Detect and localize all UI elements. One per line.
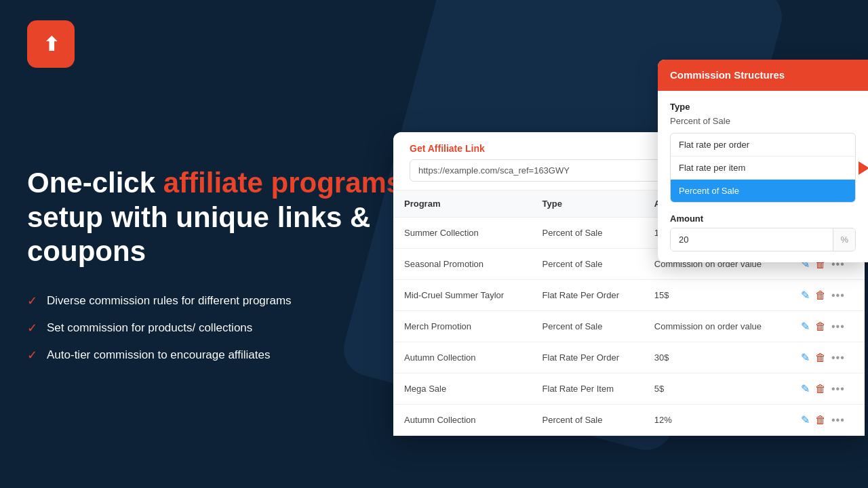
edit-icon[interactable]: ✎	[801, 413, 810, 426]
delete-icon[interactable]: 🗑	[815, 321, 826, 333]
cell-amount: 15$	[644, 280, 790, 311]
table-row: Autumn CollectionPercent of Sale12% ✎ 🗑 …	[393, 405, 865, 436]
amount-input-row[interactable]: %	[670, 228, 856, 251]
type-value: Percent of Sale	[670, 116, 856, 126]
more-icon[interactable]: •••	[831, 383, 845, 395]
type-label: Type	[670, 102, 856, 112]
headline-plain: One-click	[27, 167, 163, 199]
commission-header: Commission Structures	[658, 60, 868, 91]
more-icon[interactable]: •••	[831, 414, 845, 426]
edit-icon[interactable]: ✎	[801, 289, 810, 302]
logo-icon: ⬆	[43, 33, 59, 56]
dropdown-option-flat-item[interactable]: Flat rate per item	[671, 157, 855, 180]
dropdown-option-flat-order[interactable]: Flat rate per order	[671, 134, 855, 157]
table-row: Mid-Cruel Summer TaylorFlat Rate Per Ord…	[393, 280, 865, 311]
dropdown-option-percent[interactable]: Percent of Sale	[671, 180, 855, 202]
cell-program: Merch Promotion	[393, 311, 532, 342]
cell-type: Flat Rate Per Order	[532, 342, 644, 373]
feature-text-2: Set commission for products/ collections	[47, 321, 252, 335]
features-list: ✓ Diverse commission rules for different…	[27, 293, 407, 363]
cell-amount: 12%	[644, 405, 790, 436]
cell-active: ✎ 🗑 •••	[790, 311, 865, 342]
cell-program: Autumn Collection	[393, 342, 532, 373]
amount-input[interactable]	[671, 228, 833, 251]
commission-header-title: Commission Structures	[670, 69, 785, 81]
headline-end: setup with unique links & coupons	[27, 201, 370, 267]
cell-amount: 5$	[644, 373, 790, 405]
col-type: Type	[532, 190, 644, 218]
edit-icon[interactable]: ✎	[801, 320, 810, 333]
cell-program: Seasonal Promotion	[393, 249, 532, 280]
amount-label: Amount	[670, 214, 856, 224]
edit-icon[interactable]: ✎	[801, 382, 810, 395]
check-icon-3: ✓	[27, 348, 37, 363]
table-row: Autumn CollectionFlat Rate Per Order30$ …	[393, 342, 865, 373]
type-dropdown[interactable]: Flat rate per order Flat rate per item P…	[670, 133, 856, 203]
check-icon-1: ✓	[27, 293, 37, 308]
check-icon-2: ✓	[27, 321, 37, 336]
cell-active: ✎ 🗑 •••	[790, 280, 865, 311]
delete-icon[interactable]: 🗑	[815, 383, 826, 395]
cell-active: ✎ 🗑 •••	[790, 405, 865, 436]
feature-item-1: ✓ Diverse commission rules for different…	[27, 293, 407, 308]
table-row: Merch PromotionPercent of SaleCommission…	[393, 311, 865, 342]
more-icon[interactable]: •••	[831, 289, 845, 302]
more-icon[interactable]: •••	[831, 321, 845, 333]
cell-active: ✎ 🗑 •••	[790, 342, 865, 373]
url-value: https://example.com/sca_ref=163GWY	[418, 165, 570, 176]
table-row: Mega SaleFlat Rate Per Item5$ ✎ 🗑 •••	[393, 373, 865, 405]
logo: ⬆	[27, 20, 75, 68]
cell-amount: Commission on order value	[644, 311, 790, 342]
cell-type: Percent of Sale	[532, 249, 644, 280]
cell-program: Autumn Collection	[393, 405, 532, 436]
cell-program: Mega Sale	[393, 373, 532, 405]
feature-text-3: Auto-tier commission to encourage affili…	[47, 348, 270, 362]
headline-accent: affiliate programs	[163, 167, 402, 199]
feature-item-3: ✓ Auto-tier commission to encourage affi…	[27, 348, 407, 363]
feature-item-2: ✓ Set commission for products/ collectio…	[27, 321, 407, 336]
dropdown-options: Flat rate per order Flat rate per item P…	[670, 133, 856, 203]
feature-text-1: Diverse commission rules for different p…	[47, 294, 292, 308]
cursor-pointer	[859, 161, 868, 175]
commission-panel: Commission Structures Type Percent of Sa…	[658, 60, 868, 262]
cell-active: ✎ 🗑 •••	[790, 373, 865, 405]
edit-icon[interactable]: ✎	[801, 351, 810, 364]
delete-icon[interactable]: 🗑	[815, 352, 826, 364]
delete-icon[interactable]: 🗑	[815, 289, 826, 302]
delete-icon[interactable]: 🗑	[815, 414, 826, 426]
col-program: Program	[393, 190, 532, 218]
amount-section: Amount %	[670, 214, 856, 251]
cell-program: Summer Collection	[393, 218, 532, 249]
amount-suffix: %	[833, 228, 855, 251]
cell-amount: 30$	[644, 342, 790, 373]
cell-program: Mid-Cruel Summer Taylor	[393, 280, 532, 311]
cell-type: Flat Rate Per Item	[532, 373, 644, 405]
cell-type: Percent of Sale	[532, 218, 644, 249]
more-icon[interactable]: •••	[831, 352, 845, 364]
commission-body: Type Percent of Sale Flat rate per order…	[658, 91, 868, 262]
cell-type: Percent of Sale	[532, 405, 644, 436]
cell-type: Flat Rate Per Order	[532, 280, 644, 311]
red-cursor-icon	[859, 161, 868, 175]
headline: One-click affiliate programs setup with …	[27, 166, 407, 268]
cell-type: Percent of Sale	[532, 311, 644, 342]
left-panel: ⬆ One-click affiliate programs setup wit…	[27, 0, 407, 488]
